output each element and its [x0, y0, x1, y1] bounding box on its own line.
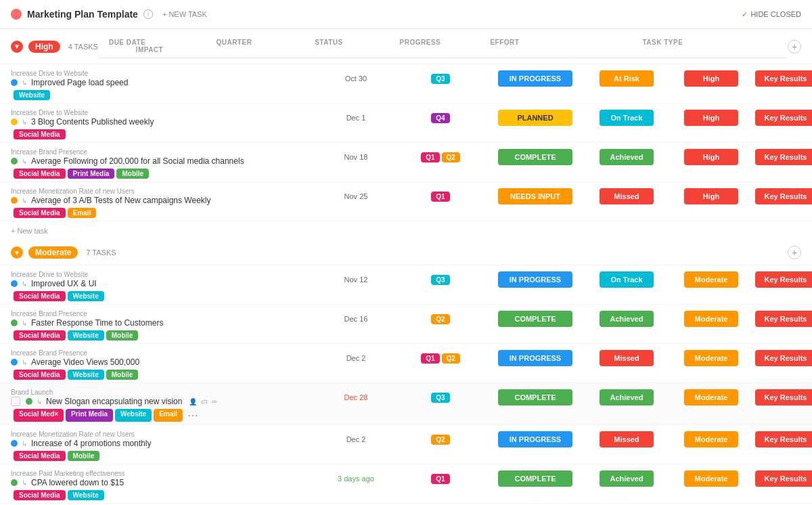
col-status: STATUS — [278, 39, 380, 46]
progress-badge: Missed — [600, 350, 654, 366]
task-info: Increase Brand Presence ↳ Average Follow… — [11, 146, 315, 169]
col-quarter: QUARTER — [190, 39, 278, 46]
effort-cell: Moderate — [667, 431, 755, 447]
effort-cell: Moderate — [667, 389, 755, 405]
group-toggle-high[interactable]: ▼ — [11, 41, 23, 53]
tag-icon[interactable]: 🏷 — [201, 398, 208, 405]
task-name-row: ↳ New Slogan encapsulating new vision 👤 … — [11, 397, 315, 406]
task-info: Increase Paid Marketing effectiveness ↳ … — [11, 467, 315, 490]
task-name-row: ↳ Average Following of 200,000 for all S… — [11, 156, 315, 166]
quarter-badge: Q2 — [431, 435, 449, 445]
task-name[interactable]: Improved Page load speed — [31, 78, 128, 87]
effort-badge: Moderate — [684, 389, 738, 405]
task-name[interactable]: Faster Response Time to Customers — [31, 318, 163, 328]
add-group-button[interactable]: + — [788, 40, 801, 53]
task-name[interactable]: Average Following of 200,000 for all Soc… — [31, 156, 244, 166]
due-date: Dec 16 — [315, 315, 397, 323]
table-row: Increase Monetization Rate of new Users … — [0, 182, 812, 221]
task-name[interactable]: Average Video Views 500,000 — [31, 357, 139, 367]
task-name[interactable]: CPA lowered down to $15 — [31, 478, 124, 487]
task-name[interactable]: Average of 3 A/B Tests of New campaigns … — [31, 196, 210, 205]
quarter-cell: Q1 Q2 — [397, 152, 484, 162]
status-cell: COMPLETE — [484, 470, 586, 487]
group-label-high: High — [28, 41, 60, 53]
task-parent: Brand Launch — [11, 389, 315, 396]
edit-icon[interactable]: ✏ — [212, 398, 217, 405]
progress-cell: Missed — [586, 431, 667, 447]
hide-closed-button[interactable]: ✓ HIDE CLOSED — [742, 10, 801, 19]
quarter-cell: Q2 — [397, 314, 484, 324]
impact-tag: Website — [115, 409, 152, 422]
subtask-icon: ↳ — [22, 320, 27, 327]
effort-badge: Moderate — [684, 431, 738, 447]
add-group-button-moderate[interactable]: + — [788, 246, 801, 259]
impact-tag: Social Media — [14, 291, 66, 301]
table-row: Brand Launch ↳ New Slogan encapsulating … — [0, 383, 812, 425]
table-row: Increase Drive to Website ↳ Improved Pag… — [0, 64, 812, 104]
progress-badge: Achieved — [600, 311, 654, 327]
priority-dot — [11, 440, 18, 447]
status-cell: COMPLETE — [484, 149, 586, 165]
table-row: Increase Drive to Website ↳ Improved UX … — [0, 265, 812, 305]
impact-tag: Social Media — [14, 490, 66, 500]
subtask-icon: ↳ — [22, 479, 27, 487]
status-cell: IN PROGRESS — [484, 271, 586, 288]
effort-cell: Moderate — [667, 470, 755, 487]
group-header-moderate: ▼ Moderate 7 TASKS + — [0, 240, 812, 265]
effort-badge: Moderate — [684, 350, 738, 366]
impact-tag: Website — [68, 291, 104, 301]
status-cell: COMPLETE — [484, 389, 586, 405]
impact-cell: Social Media Print Media Mobile — [11, 169, 315, 179]
task-name[interactable]: Increase of 4 promotions monthly — [31, 439, 151, 448]
progress-badge: On Track — [600, 110, 654, 126]
task-count-high: 4 TASKS — [68, 43, 98, 51]
priority-dot — [11, 359, 18, 366]
task-name-row: ↳ Average of 3 A/B Tests of New campaign… — [11, 196, 315, 205]
impact-cell: Social Media Website — [11, 291, 315, 301]
due-date: Nov 18 — [315, 153, 397, 161]
table-row: Increase Brand Presence ↳ Average Video … — [0, 344, 812, 383]
status-badge: IN PROGRESS — [498, 350, 572, 366]
status-badge: IN PROGRESS — [498, 70, 572, 87]
table-row: Increase Brand Presence ↳ Faster Respons… — [0, 305, 812, 344]
task-name[interactable]: 3 Blog Contents Published weekly — [31, 117, 154, 127]
task-parent: Increase Brand Presence — [11, 310, 315, 317]
task-name[interactable]: Improved UX & UI — [31, 279, 97, 288]
quarter-cell: Q2 — [397, 435, 484, 445]
impact-cell: Social Media Website Mobile — [11, 370, 315, 380]
impact-tag: Mobile — [116, 169, 149, 179]
effort-cell: High — [667, 188, 755, 204]
task-name[interactable]: New Slogan encapsulating new vision — [46, 397, 182, 406]
checkbox[interactable] — [11, 397, 20, 406]
assign-icon[interactable]: 👤 — [189, 398, 197, 405]
status-badge: COMPLETE — [498, 149, 572, 165]
status-badge: COMPLETE — [498, 389, 572, 405]
new-task-button[interactable]: + NEW TASK — [158, 8, 211, 20]
table-row: Increase Monetization Rate of new Users … — [0, 425, 812, 464]
impact-tag: Mobile — [106, 330, 139, 341]
quarter-badge: Q2 — [431, 314, 449, 324]
progress-badge: Achieved — [600, 470, 654, 487]
more-options-button[interactable]: ⋯ — [187, 409, 198, 422]
subtask-icon: ↳ — [37, 398, 42, 405]
task-info: Increase Brand Presence ↳ Average Video … — [11, 347, 315, 370]
due-date: Dec 2 — [315, 435, 397, 443]
col-progress: PROGRESS — [380, 39, 461, 46]
new-task-row-high[interactable]: + New task — [0, 221, 812, 240]
effort-cell: High — [667, 70, 755, 87]
quarter-badge: Q2 — [442, 353, 460, 364]
task-count-moderate: 7 TASKS — [86, 248, 116, 257]
status-cell: PLANNED — [484, 110, 586, 126]
task-name-row: ↳ CPA lowered down to $15 — [11, 478, 315, 487]
status-cell: IN PROGRESS — [484, 350, 586, 366]
task-info: Increase Brand Presence ↳ Faster Respons… — [11, 307, 315, 330]
info-icon[interactable]: i — [143, 9, 153, 19]
effort-cell: Moderate — [667, 271, 755, 288]
task-name-row: ↳ 3 Blog Contents Published weekly — [11, 117, 315, 127]
impact-tag: Social Media — [14, 208, 66, 218]
status-badge: COMPLETE — [498, 311, 572, 327]
effort-badge: Moderate — [684, 271, 738, 288]
tasktype-cell: Key Results — [755, 110, 812, 126]
subtask-icon: ↳ — [22, 158, 27, 165]
group-toggle-moderate[interactable]: ▼ — [11, 246, 23, 259]
